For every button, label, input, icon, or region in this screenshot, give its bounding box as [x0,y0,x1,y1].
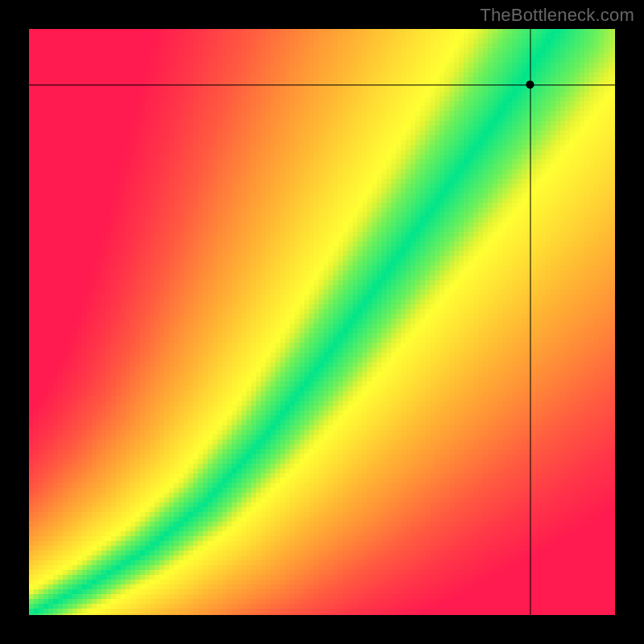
heatmap-plot [29,29,615,615]
heatmap-canvas [29,29,615,615]
watermark-text: TheBottleneck.com [480,5,634,26]
